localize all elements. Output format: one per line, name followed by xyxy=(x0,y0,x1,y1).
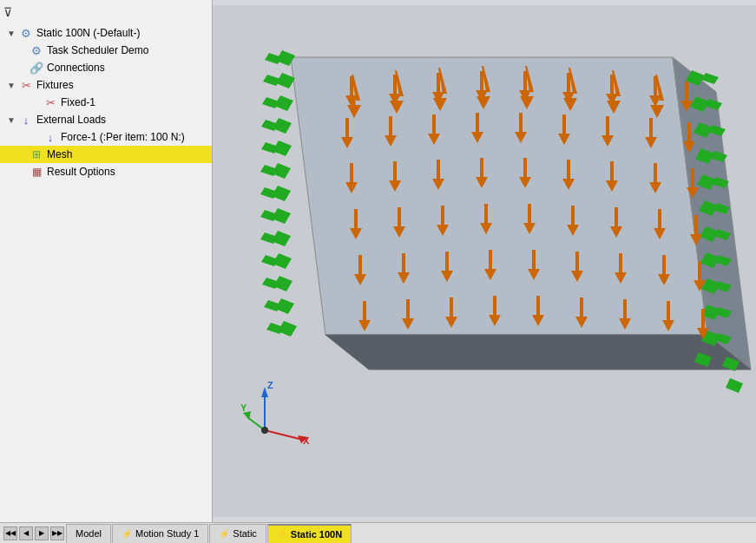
nav-prev[interactable]: ◀ xyxy=(19,527,33,540)
svg-rect-72 xyxy=(345,118,349,137)
svg-rect-138 xyxy=(619,253,622,272)
svg-rect-154 xyxy=(580,298,583,317)
label-force-1: Force-1 (:Per item: 100 N:) xyxy=(61,131,185,143)
svg-rect-158 xyxy=(667,301,670,320)
svg-rect-178 xyxy=(685,82,688,101)
svg-rect-106 xyxy=(691,168,694,187)
svg-rect-120 xyxy=(615,207,618,226)
svg-rect-144 xyxy=(363,301,366,320)
tree-item-external-loads[interactable]: ▼ ↓ External Loads xyxy=(0,111,212,128)
tree-item-static-study[interactable]: ▼ ⚙ Static 100N (-Default-) xyxy=(0,24,212,42)
icon-connections: 🔗 xyxy=(30,61,43,75)
svg-rect-126 xyxy=(358,255,362,274)
svg-rect-166 xyxy=(437,73,440,92)
svg-rect-96 xyxy=(480,158,483,177)
nav-last[interactable]: ▶▶ xyxy=(50,527,64,540)
svg-rect-156 xyxy=(623,299,627,318)
tab-static-100n[interactable]: ⚡ Static 100N xyxy=(267,524,352,543)
label-result-options: Result Options xyxy=(47,166,115,178)
tree-item-mesh[interactable]: ⊞ Mesh xyxy=(0,146,212,163)
svg-rect-128 xyxy=(402,253,405,272)
icon-static-study: ⚙ xyxy=(19,26,33,40)
svg-rect-170 xyxy=(523,71,527,90)
tab-static-100n-icon: ⚡ xyxy=(277,529,287,539)
tab-bar: ◀◀ ◀ ▶ ▶▶ Model ⚡ Motion Study 1 ⚡ Stati… xyxy=(0,522,756,543)
label-static-study: Static 100N (-Default-) xyxy=(36,27,140,39)
tree-item-fixed-1[interactable]: ✂ Fixed-1 xyxy=(0,94,212,111)
svg-rect-172 xyxy=(567,73,570,92)
svg-rect-136 xyxy=(575,252,579,271)
label-task-scheduler: Task Scheduler Demo xyxy=(47,44,148,56)
tree-item-fixtures[interactable]: ▼ ✂ Fixtures xyxy=(0,76,212,94)
svg-rect-164 xyxy=(393,75,397,94)
svg-rect-152 xyxy=(536,296,540,315)
svg-rect-86 xyxy=(649,118,653,137)
svg-rect-134 xyxy=(532,250,536,269)
svg-rect-82 xyxy=(562,114,566,134)
svg-point-189 xyxy=(261,427,268,434)
tab-static-100n-label: Static 100N xyxy=(291,529,342,540)
tab-static-icon: ⚡ xyxy=(219,529,229,539)
svg-text:Y: Y xyxy=(240,402,247,413)
svg-rect-162 xyxy=(350,76,353,95)
label-connections: Connections xyxy=(47,62,105,74)
svg-rect-132 xyxy=(489,250,492,269)
svg-text:X: X xyxy=(303,435,310,446)
svg-rect-108 xyxy=(354,209,358,228)
tree-item-force-1[interactable]: ↓ Force-1 (:Per item: 100 N:) xyxy=(0,128,212,146)
svg-rect-88 xyxy=(687,122,691,141)
label-mesh: Mesh xyxy=(47,148,72,160)
svg-rect-148 xyxy=(450,298,453,317)
svg-rect-168 xyxy=(480,71,483,90)
main-area: ⊽ ▼ ⚙ Static 100N (-Default-) ⚙ Task Sch… xyxy=(0,0,756,522)
tab-model-label: Model xyxy=(76,528,102,539)
tab-motion-study-icon: ⚡ xyxy=(122,529,132,539)
tree-arrow-external-loads[interactable]: ▼ xyxy=(7,115,17,125)
label-fixtures: Fixtures xyxy=(36,79,74,91)
icon-fixtures: ✂ xyxy=(19,78,33,92)
sidebar: ⊽ ▼ ⚙ Static 100N (-Default-) ⚙ Task Sch… xyxy=(0,0,213,522)
svg-rect-140 xyxy=(662,255,666,274)
svg-rect-102 xyxy=(610,161,614,180)
tab-motion-study[interactable]: ⚡ Motion Study 1 xyxy=(112,524,208,543)
svg-rect-110 xyxy=(398,207,401,226)
svg-rect-118 xyxy=(571,206,575,225)
svg-marker-3 xyxy=(325,335,751,370)
svg-rect-84 xyxy=(606,116,609,135)
nav-next[interactable]: ▶ xyxy=(35,527,49,540)
tree-item-connections[interactable]: 🔗 Connections xyxy=(0,59,212,76)
svg-rect-100 xyxy=(567,160,570,179)
svg-rect-90 xyxy=(350,163,353,182)
svg-rect-92 xyxy=(393,161,397,180)
tree-item-task-scheduler[interactable]: ⚙ Task Scheduler Demo xyxy=(0,42,212,59)
tab-model[interactable]: Model xyxy=(66,524,111,543)
svg-rect-160 xyxy=(701,309,705,328)
icon-force-1: ↓ xyxy=(43,130,57,144)
svg-rect-142 xyxy=(698,261,701,280)
tree-item-result-options[interactable]: ▦ Result Options xyxy=(0,163,212,180)
svg-text:Z: Z xyxy=(267,380,273,390)
svg-rect-78 xyxy=(476,113,479,132)
label-fixed-1: Fixed-1 xyxy=(61,96,95,108)
icon-mesh: ⊞ xyxy=(30,147,43,161)
filter-icon[interactable]: ⊽ xyxy=(3,5,12,19)
svg-rect-116 xyxy=(528,204,531,223)
svg-rect-98 xyxy=(523,158,527,177)
nav-first[interactable]: ◀◀ xyxy=(3,527,17,540)
viewport: X Y Z xyxy=(213,0,756,522)
label-external-loads: External Loads xyxy=(36,114,106,126)
svg-rect-130 xyxy=(445,252,449,271)
svg-rect-176 xyxy=(654,76,657,95)
svg-rect-112 xyxy=(441,206,444,225)
tree-arrow-fixtures[interactable]: ▼ xyxy=(7,81,17,90)
svg-rect-94 xyxy=(437,160,440,179)
svg-rect-80 xyxy=(519,113,523,132)
tab-motion-study-label: Motion Study 1 xyxy=(135,528,199,539)
svg-rect-104 xyxy=(654,163,657,182)
icon-external-loads: ↓ xyxy=(19,113,33,127)
tab-static[interactable]: ⚡ Static xyxy=(209,524,266,543)
svg-rect-114 xyxy=(484,204,488,223)
svg-rect-174 xyxy=(610,75,614,94)
tree-arrow-static-study[interactable]: ▼ xyxy=(7,29,17,38)
tree-container: ▼ ⚙ Static 100N (-Default-) ⚙ Task Sched… xyxy=(0,24,212,180)
